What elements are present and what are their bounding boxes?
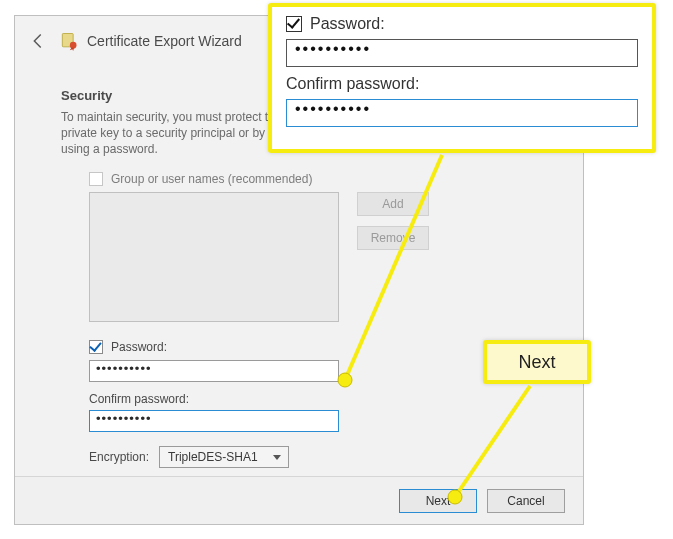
- security-description: To maintain security, you must protect t…: [61, 109, 291, 158]
- callout-password-row: Password:: [286, 15, 638, 33]
- svg-point-1: [70, 42, 77, 49]
- callout-password-checkbox-icon: [286, 16, 302, 32]
- next-button-callout: Next: [483, 340, 591, 384]
- callout-password-label: Password:: [310, 15, 385, 33]
- callout-password-input: ••••••••••: [286, 39, 638, 67]
- encryption-row: Encryption: TripleDES-SHA1: [89, 446, 553, 468]
- callout-confirm-input: ••••••••••: [286, 99, 638, 127]
- encryption-select[interactable]: TripleDES-SHA1: [159, 446, 289, 468]
- certificate-icon: [59, 31, 79, 51]
- group-users-buttons: Add Remove: [357, 192, 429, 250]
- group-users-checkbox-row[interactable]: Group or user names (recommended): [89, 172, 553, 186]
- password-checkbox-label: Password:: [111, 340, 167, 354]
- group-users-listbox: [89, 192, 339, 322]
- password-checkbox[interactable]: [89, 340, 103, 354]
- back-arrow-icon: [27, 30, 49, 52]
- encryption-selected-value: TripleDES-SHA1: [168, 450, 258, 464]
- wizard-footer: Next Cancel: [15, 476, 583, 524]
- password-callout: Password: •••••••••• Confirm password: •…: [268, 3, 656, 153]
- group-users-label: Group or user names (recommended): [111, 172, 312, 186]
- callout-next-label: Next: [518, 352, 555, 373]
- cancel-button[interactable]: Cancel: [487, 489, 565, 513]
- wizard-title: Certificate Export Wizard: [87, 33, 242, 49]
- password-input[interactable]: ••••••••••: [89, 360, 339, 382]
- confirm-password-input[interactable]: ••••••••••: [89, 410, 339, 432]
- confirm-password-label: Confirm password:: [89, 392, 553, 406]
- callout-confirm-label: Confirm password:: [286, 75, 638, 93]
- security-options: Group or user names (recommended) Add Re…: [89, 172, 553, 468]
- encryption-label: Encryption:: [89, 450, 149, 464]
- remove-button: Remove: [357, 226, 429, 250]
- next-button[interactable]: Next: [399, 489, 477, 513]
- group-users-checkbox[interactable]: [89, 172, 103, 186]
- add-button: Add: [357, 192, 429, 216]
- back-button[interactable]: [27, 30, 49, 52]
- group-users-area: Add Remove: [89, 192, 553, 322]
